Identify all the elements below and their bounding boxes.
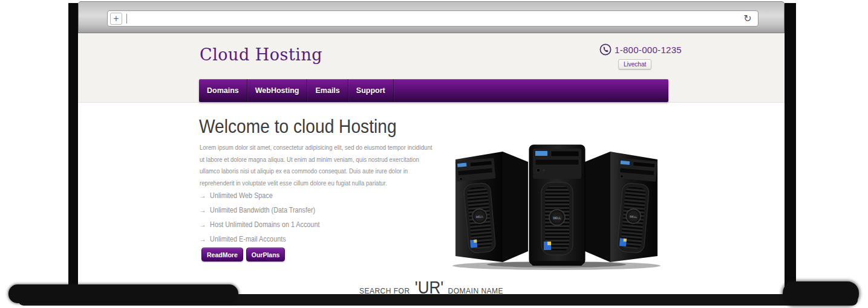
- feature-label: Unlimited E-mail Accounts: [210, 235, 286, 243]
- new-tab-button[interactable]: +: [110, 13, 122, 25]
- page-title: Welcome to cloud Hosting: [199, 115, 397, 138]
- livechat-button[interactable]: Livechat: [618, 59, 651, 69]
- mockup-shadow-right: [783, 281, 859, 306]
- ourplans-button[interactable]: OurPlans: [246, 248, 286, 261]
- text-cursor: [126, 14, 127, 24]
- feature-item: → Unlimited Bandwidth (Data Transfer): [200, 206, 319, 214]
- intro-paragraph: Lorem ipsum dolor sit amet, consectetur …: [200, 142, 439, 189]
- feature-label: Unlimited Bandwidth (Data Transfer): [210, 206, 315, 214]
- browser-chrome: + ↻: [78, 1, 785, 33]
- feature-item: → Unlimited E-mail Accounts: [200, 235, 319, 243]
- svg-text:DELL: DELL: [553, 216, 561, 220]
- address-bar[interactable]: + ↻: [107, 10, 759, 27]
- screenshot-root: + ↻ Cloud Hosting 1-800-000-1235 Livecha…: [0, 0, 868, 308]
- feature-label: Unlimited Web Space: [210, 191, 273, 200]
- phone-icon: [599, 43, 612, 56]
- refresh-icon[interactable]: ↻: [740, 13, 755, 24]
- nav-item-emails[interactable]: Emails: [307, 79, 348, 102]
- mockup-shadow-left: [8, 284, 238, 303]
- site-logo[interactable]: Cloud Hosting: [200, 45, 322, 64]
- arrow-icon: →: [200, 191, 206, 200]
- feature-label: Host Unlimited Domains on 1 Account: [210, 220, 319, 229]
- feature-item: → Unlimited Web Space: [200, 191, 319, 200]
- webpage: Cloud Hosting 1-800-000-1235 Livechat Do…: [78, 33, 785, 308]
- nav-item-support[interactable]: Support: [348, 79, 394, 102]
- phone-row: 1-800-000-1235: [599, 43, 682, 56]
- readmore-button[interactable]: ReadMore: [201, 248, 243, 261]
- nav-item-domains[interactable]: Domains: [199, 79, 247, 102]
- window-shadow-left: [68, 3, 78, 292]
- server-towers-image: DELL DELL: [451, 144, 662, 271]
- arrow-icon: →: [200, 220, 206, 229]
- main-nav: Domains WebHosting Emails Support: [199, 79, 668, 102]
- feature-item: → Host Unlimited Domains on 1 Account: [200, 220, 319, 229]
- window-shadow-right: [785, 3, 796, 290]
- cta-row: ReadMore OurPlans: [201, 248, 285, 261]
- nav-item-webhosting[interactable]: WebHosting: [247, 79, 308, 102]
- arrow-icon: →: [200, 206, 206, 214]
- svg-text:DELL: DELL: [476, 215, 484, 219]
- svg-text:DELL: DELL: [630, 215, 638, 219]
- arrow-icon: →: [200, 235, 206, 243]
- phone-number: 1-800-000-1235: [615, 45, 682, 55]
- feature-list: → Unlimited Web Space → Unlimited Bandwi…: [200, 191, 333, 249]
